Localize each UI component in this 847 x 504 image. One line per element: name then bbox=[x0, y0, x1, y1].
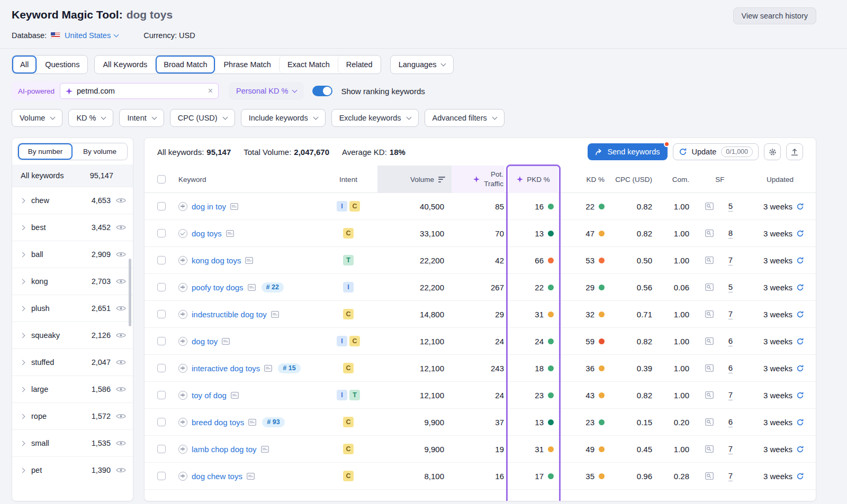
keyword-link[interactable]: breed dog toys bbox=[192, 418, 244, 427]
refresh-icon[interactable] bbox=[796, 337, 804, 345]
row-checkbox[interactable] bbox=[157, 472, 166, 480]
serp-preview-icon[interactable] bbox=[264, 365, 272, 372]
serp-features-icon[interactable] bbox=[705, 310, 714, 318]
tab-exact-match[interactable]: Exact Match bbox=[279, 56, 338, 74]
row-checkbox[interactable] bbox=[157, 337, 166, 345]
add-keyword-icon[interactable] bbox=[178, 256, 187, 265]
col-com[interactable]: Com. bbox=[672, 176, 699, 184]
add-keyword-icon[interactable] bbox=[178, 337, 187, 346]
chevron-right-icon[interactable] bbox=[20, 198, 25, 203]
refresh-icon[interactable] bbox=[796, 203, 804, 210]
sf-link[interactable]: 6 bbox=[728, 363, 733, 373]
tab-all[interactable]: All bbox=[12, 56, 37, 74]
sidebar-scrollbar[interactable] bbox=[129, 259, 131, 326]
eye-icon[interactable] bbox=[116, 305, 126, 311]
serp-features-icon[interactable] bbox=[705, 230, 714, 237]
col-sf[interactable]: SF bbox=[715, 176, 724, 184]
refresh-icon[interactable] bbox=[796, 283, 804, 291]
chevron-right-icon[interactable] bbox=[20, 333, 25, 338]
sidebar-group-row[interactable]: stuffed 2,047 bbox=[12, 349, 133, 375]
keyword-search-input[interactable] bbox=[77, 87, 204, 95]
personal-kd-dropdown[interactable]: Personal KD % bbox=[229, 82, 304, 100]
all-keywords-row[interactable]: All keywords 95,147 bbox=[12, 164, 133, 187]
refresh-icon[interactable] bbox=[796, 472, 804, 480]
filter-include-keywords[interactable]: Include keywords bbox=[241, 109, 326, 127]
sf-link[interactable]: 6 bbox=[728, 336, 733, 346]
send-keywords-button[interactable]: Send keywords bbox=[588, 143, 667, 160]
clear-input-icon[interactable]: × bbox=[208, 87, 213, 95]
row-checkbox[interactable] bbox=[157, 229, 166, 237]
sidebar-group-row[interactable]: kong 2,703 bbox=[12, 268, 133, 295]
row-checkbox[interactable] bbox=[157, 256, 166, 264]
sf-link[interactable]: 7 bbox=[728, 309, 733, 319]
update-button[interactable]: Update 0/1,000 bbox=[673, 143, 759, 160]
serp-features-icon[interactable] bbox=[705, 364, 714, 372]
sidebar-group-row[interactable]: ball 2,909 bbox=[12, 241, 133, 268]
keyword-link[interactable]: kong dog toys bbox=[192, 256, 241, 265]
add-keyword-icon[interactable] bbox=[178, 364, 187, 373]
serp-preview-icon[interactable] bbox=[222, 338, 230, 345]
add-keyword-icon[interactable] bbox=[178, 418, 187, 427]
keyword-link[interactable]: lamb chop dog toy bbox=[192, 445, 257, 454]
sf-link[interactable]: 7 bbox=[728, 471, 733, 481]
sidebar-group-row[interactable]: squeaky 2,126 bbox=[12, 322, 133, 349]
tab-all-keywords[interactable]: All Keywords bbox=[95, 56, 155, 74]
refresh-icon[interactable] bbox=[796, 391, 804, 399]
col-keyword[interactable]: Keyword bbox=[174, 176, 206, 184]
chevron-right-icon[interactable] bbox=[20, 360, 25, 365]
add-keyword-icon[interactable] bbox=[178, 445, 187, 454]
refresh-icon[interactable] bbox=[796, 230, 804, 237]
serp-features-icon[interactable] bbox=[705, 391, 714, 399]
serp-features-icon[interactable] bbox=[705, 472, 714, 480]
eye-icon[interactable] bbox=[116, 359, 126, 365]
add-keyword-icon[interactable] bbox=[178, 310, 187, 319]
chevron-right-icon[interactable] bbox=[20, 225, 25, 230]
refresh-icon[interactable] bbox=[796, 445, 804, 453]
chevron-right-icon[interactable] bbox=[20, 441, 25, 446]
col-kd[interactable]: KD % bbox=[586, 176, 609, 184]
refresh-icon[interactable] bbox=[796, 310, 804, 318]
row-checkbox[interactable] bbox=[157, 364, 166, 372]
export-button[interactable] bbox=[786, 143, 803, 160]
sf-link[interactable]: 5 bbox=[728, 282, 733, 292]
col-pkd[interactable]: PKD % bbox=[509, 166, 558, 193]
sidebar-group-row[interactable]: plush 2,651 bbox=[12, 295, 133, 322]
keyword-link[interactable]: poofy toy dogs bbox=[192, 283, 244, 292]
show-ranking-keywords-toggle[interactable] bbox=[312, 86, 332, 96]
serp-features-icon[interactable] bbox=[705, 203, 714, 210]
serp-features-icon[interactable] bbox=[705, 418, 714, 426]
serp-preview-icon[interactable] bbox=[245, 257, 253, 264]
row-checkbox[interactable] bbox=[157, 310, 166, 318]
filter-advanced-filters[interactable]: Advanced filters bbox=[425, 109, 504, 127]
select-all-checkbox[interactable] bbox=[157, 175, 166, 184]
by-volume-button[interactable]: By volume bbox=[73, 143, 127, 160]
serp-preview-icon[interactable] bbox=[261, 446, 269, 453]
filter-cpc-usd[interactable]: CPC (USD) bbox=[170, 109, 235, 127]
add-keyword-icon[interactable] bbox=[178, 472, 187, 481]
serp-preview-icon[interactable] bbox=[226, 230, 234, 237]
chevron-right-icon[interactable] bbox=[20, 414, 25, 419]
sf-link[interactable]: 7 bbox=[728, 255, 733, 265]
view-search-history-button[interactable]: View search history bbox=[733, 7, 816, 24]
add-keyword-icon[interactable] bbox=[178, 202, 187, 211]
sidebar-group-row[interactable]: chew 4,653 bbox=[12, 187, 133, 214]
chevron-right-icon[interactable] bbox=[20, 387, 25, 392]
eye-icon[interactable] bbox=[116, 224, 126, 231]
sidebar-group-row[interactable]: rope 1,572 bbox=[12, 402, 133, 429]
eye-icon[interactable] bbox=[116, 440, 126, 446]
col-updated[interactable]: Updated bbox=[767, 176, 804, 184]
eye-icon[interactable] bbox=[116, 332, 126, 338]
keyword-link[interactable]: interactive dog toys bbox=[192, 364, 260, 373]
keyword-link[interactable]: dog in toy bbox=[192, 202, 226, 211]
add-keyword-icon[interactable] bbox=[178, 391, 187, 400]
row-checkbox[interactable] bbox=[157, 283, 166, 291]
keyword-link[interactable]: toy of dog bbox=[192, 391, 227, 400]
row-checkbox[interactable] bbox=[157, 202, 166, 210]
tab-broad-match[interactable]: Broad Match bbox=[155, 56, 215, 74]
serp-features-icon[interactable] bbox=[705, 283, 714, 291]
serp-features-icon[interactable] bbox=[705, 445, 714, 453]
col-pot-traffic[interactable]: Pot. Traffic bbox=[452, 166, 504, 193]
serp-preview-icon[interactable] bbox=[231, 392, 239, 399]
col-cpc[interactable]: CPC (USD) bbox=[615, 176, 662, 184]
serp-preview-icon[interactable] bbox=[248, 419, 256, 426]
